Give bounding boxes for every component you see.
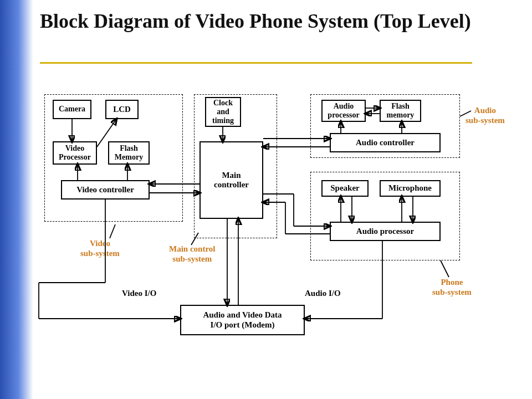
audio-io-label: Audio I/O (305, 288, 341, 298)
title-rule (40, 62, 472, 64)
main-subsystem-label: Main control sub-system (169, 244, 215, 264)
flash-memory-video-box: Flash Memory (108, 141, 150, 165)
main-controller-box: Main controller (200, 141, 263, 219)
audio-processor-bottom-box: Audio processor (330, 222, 441, 241)
gradient-sidebar (0, 0, 33, 399)
svg-line-34 (441, 260, 449, 277)
audio-subsystem-label: Audio sub-system (466, 105, 505, 125)
camera-box: Camera (53, 100, 91, 119)
audio-controller-box: Audio controller (330, 133, 441, 152)
modem-box: Audio and Video Data I/O port (Modem) (180, 305, 305, 335)
microphone-box: Microphone (380, 180, 441, 197)
speaker-box: Speaker (321, 180, 369, 197)
svg-line-31 (110, 224, 115, 238)
audio-processor-top-box: Audio processor (321, 100, 366, 122)
video-subsystem-label: Video sub-system (80, 238, 120, 258)
video-processor-box: Video Processor (53, 141, 97, 165)
page-title: Block Diagram of Video Phone System (Top… (40, 10, 494, 33)
clock-timing-box: Clock and timing (205, 97, 241, 127)
flash-memory-audio-box: Flash memory (380, 100, 421, 122)
video-controller-box: Video controller (61, 180, 150, 200)
diagram-canvas: Camera LCD Video Processor Flash Memory … (33, 83, 521, 382)
video-io-label: Video I/O (122, 288, 156, 298)
lcd-box: LCD (105, 100, 139, 119)
phone-subsystem-label: Phone sub-system (432, 277, 472, 297)
